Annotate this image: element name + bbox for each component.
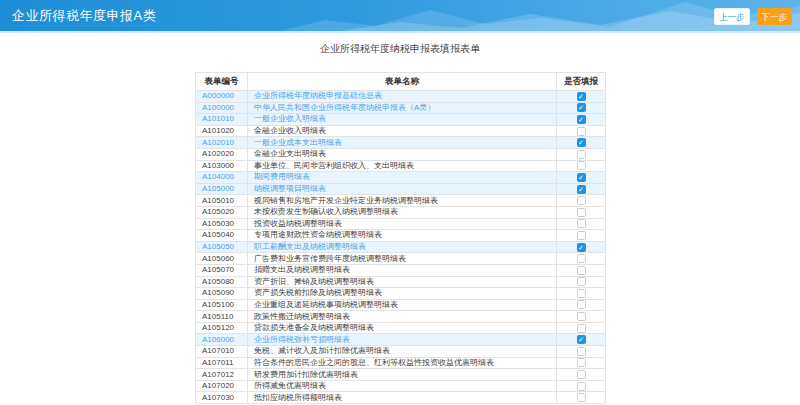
form-name[interactable]: 抵扣应纳税所得额明细表 (248, 392, 557, 404)
fill-checkbox[interactable] (577, 289, 586, 298)
form-code[interactable]: A103000 (196, 160, 248, 172)
form-name[interactable]: 企业所得税弥补亏损明细表 (248, 334, 557, 346)
form-name[interactable]: 一般企业成本支出明细表 (248, 137, 557, 149)
table-row: A105040 专项用途财政性资金纳税调整明细表 (196, 230, 606, 242)
fill-checkbox[interactable] (577, 127, 586, 136)
header-form-code: 表单编号 (196, 73, 248, 91)
form-name[interactable]: 金融企业收入明细表 (248, 125, 557, 137)
form-name[interactable]: 视同销售和房地产开发企业特定业务纳税调整明细表 (248, 195, 557, 207)
fill-checkbox[interactable] (577, 300, 586, 309)
fill-checkbox[interactable] (577, 196, 586, 205)
form-name[interactable]: 职工薪酬支出及纳税调整明细表 (248, 241, 557, 253)
table-row: A105030 投资收益纳税调整明细表 (196, 218, 606, 230)
form-code[interactable]: A105090 (196, 288, 248, 300)
form-name[interactable]: 投资收益纳税调整明细表 (248, 218, 557, 230)
form-code[interactable]: A105110 (196, 311, 248, 323)
form-code[interactable]: A105120 (196, 322, 248, 334)
form-code[interactable]: A105060 (196, 253, 248, 265)
form-table: 表单编号 表单名称 是否填报 A000000 企业所得税年度纳税申报基础信息表 … (195, 72, 606, 404)
fill-checkbox[interactable]: ✓ (577, 185, 586, 194)
form-code[interactable]: A105020 (196, 206, 248, 218)
form-code[interactable]: A105050 (196, 241, 248, 253)
form-name[interactable]: 专项用途财政性资金纳税调整明细表 (248, 230, 557, 242)
table-row: A105080 资产折旧、摊销及纳税调整明细表 (196, 276, 606, 288)
fill-checkbox[interactable] (577, 370, 586, 379)
form-code[interactable]: A105040 (196, 230, 248, 242)
table-row: A105070 捐赠支出及纳税调整明细表 (196, 264, 606, 276)
fill-checkbox[interactable] (577, 219, 586, 228)
table-row: A105060 广告费和业务宣传费跨年度纳税调整明细表 (196, 253, 606, 265)
form-code[interactable]: A105080 (196, 276, 248, 288)
form-name[interactable]: 免税、减计收入及加计扣除优惠明细表 (248, 346, 557, 358)
table-row: A107012 研发费用加计扣除优惠明细表 (196, 369, 606, 381)
form-code[interactable]: A107012 (196, 369, 248, 381)
form-name[interactable]: 一般企业收入明细表 (248, 114, 557, 126)
table-row: A101020 金融企业收入明细表 (196, 125, 606, 137)
form-name[interactable]: 期间费用明细表 (248, 172, 557, 184)
form-name[interactable]: 事业单位、民间非营利组织收入、支出明细表 (248, 160, 557, 172)
next-step-button[interactable]: 下一步 (757, 8, 793, 25)
table-row: A107010 免税、减计收入及加计扣除优惠明细表 (196, 346, 606, 358)
table-row: A105120 贷款损失准备金及纳税调整明细表 (196, 322, 606, 334)
fill-checkbox[interactable] (577, 358, 586, 367)
form-name[interactable]: 广告费和业务宣传费跨年度纳税调整明细表 (248, 253, 557, 265)
fill-checkbox[interactable]: ✓ (577, 103, 586, 112)
form-name[interactable]: 捐赠支出及纳税调整明细表 (248, 264, 557, 276)
form-name[interactable]: 金融企业支出明细表 (248, 148, 557, 160)
fill-checkbox[interactable] (577, 266, 586, 275)
form-code[interactable]: A105010 (196, 195, 248, 207)
form-name[interactable]: 资产折旧、摊销及纳税调整明细表 (248, 276, 557, 288)
fill-checkbox[interactable] (577, 254, 586, 263)
table-header-row: 表单编号 表单名称 是否填报 (196, 73, 606, 91)
form-name[interactable]: 资产损失税前扣除及纳税调整明细表 (248, 288, 557, 300)
form-name[interactable]: 研发费用加计扣除优惠明细表 (248, 369, 557, 381)
fill-checkbox[interactable] (577, 382, 586, 391)
fill-checkbox[interactable] (577, 150, 586, 159)
form-code[interactable]: A102010 (196, 137, 248, 149)
form-code[interactable]: A105100 (196, 299, 248, 311)
form-name[interactable]: 政策性搬迁纳税调整明细表 (248, 311, 557, 323)
table-row: A100000 中华人民共和国企业所得税年度纳税申报表（A类） ✓ (196, 102, 606, 114)
form-name[interactable]: 贷款损失准备金及纳税调整明细表 (248, 322, 557, 334)
form-name[interactable]: 中华人民共和国企业所得税年度纳税申报表（A类） (248, 102, 557, 114)
form-name[interactable]: 所得减免优惠明细表 (248, 380, 557, 392)
fill-checkbox[interactable] (577, 347, 586, 356)
form-code[interactable]: A107020 (196, 380, 248, 392)
form-code[interactable]: A100000 (196, 102, 248, 114)
form-code[interactable]: A101020 (196, 125, 248, 137)
form-code[interactable]: A105000 (196, 183, 248, 195)
table-row: A102010 一般企业成本支出明细表 ✓ (196, 137, 606, 149)
fill-checkbox[interactable] (577, 161, 586, 170)
form-code[interactable]: A104000 (196, 172, 248, 184)
fill-checkbox[interactable]: ✓ (577, 335, 586, 344)
form-name[interactable]: 企业重组及递延纳税事项纳税调整明细表 (248, 299, 557, 311)
fill-checkbox[interactable] (577, 277, 586, 286)
fill-checkbox[interactable]: ✓ (577, 115, 586, 124)
table-row: A105110 政策性搬迁纳税调整明细表 (196, 311, 606, 323)
form-name[interactable]: 未按权责发生制确认收入纳税调整明细表 (248, 206, 557, 218)
form-code[interactable]: A105030 (196, 218, 248, 230)
fill-checkbox[interactable]: ✓ (577, 92, 586, 101)
prev-step-button[interactable]: 上一步 (714, 8, 750, 25)
fill-checkbox[interactable] (577, 393, 586, 402)
form-code[interactable]: A107010 (196, 346, 248, 358)
form-code[interactable]: A107011 (196, 357, 248, 369)
form-code[interactable]: A102020 (196, 148, 248, 160)
fill-checkbox[interactable] (577, 312, 586, 321)
fill-checkbox[interactable]: ✓ (577, 173, 586, 182)
fill-checkbox[interactable]: ✓ (577, 243, 586, 252)
form-name[interactable]: 纳税调整项目明细表 (248, 183, 557, 195)
table-row: A105100 企业重组及递延纳税事项纳税调整明细表 (196, 299, 606, 311)
fill-checkbox[interactable] (577, 231, 586, 240)
fill-checkbox[interactable]: ✓ (577, 138, 586, 147)
form-code[interactable]: A107030 (196, 392, 248, 404)
form-code[interactable]: A106000 (196, 334, 248, 346)
table-row: A000000 企业所得税年度纳税申报基础信息表 ✓ (196, 91, 606, 103)
form-code[interactable]: A101010 (196, 114, 248, 126)
fill-checkbox[interactable] (577, 208, 586, 217)
fill-checkbox[interactable] (577, 324, 586, 333)
form-code[interactable]: A000000 (196, 91, 248, 103)
form-code[interactable]: A105070 (196, 264, 248, 276)
form-name[interactable]: 符合条件的居民企业之间的股息、红利等权益性投资收益优惠明细表 (248, 357, 557, 369)
form-name[interactable]: 企业所得税年度纳税申报基础信息表 (248, 91, 557, 103)
